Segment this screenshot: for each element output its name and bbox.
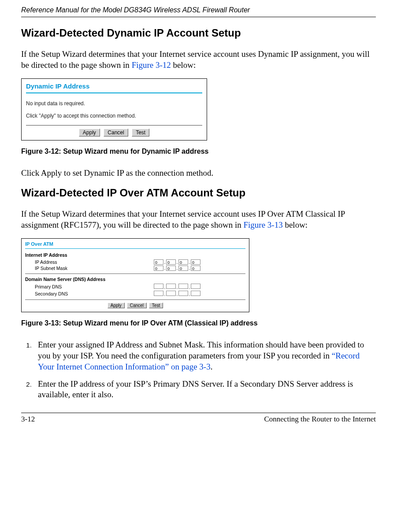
step-1: Enter your assigned IP Address and Subne… xyxy=(33,340,376,372)
heading-dynamic-ip: Wizard-Detected Dynamic IP Account Setup xyxy=(21,27,376,39)
figure-3-13-caption: Figure 3-13: Setup Wizard menu for IP Ov… xyxy=(21,319,376,327)
fig1-line2: Click "Apply" to accept this connection … xyxy=(26,113,202,119)
cancel-button[interactable]: Cancel xyxy=(127,303,147,308)
ip-octet[interactable] xyxy=(154,291,163,296)
intro-paragraph-2: If the Setup Wizard determines that your… xyxy=(21,209,376,230)
step-2: Enter the IP address of your ISP’s Prima… xyxy=(33,379,376,400)
secondary-dns-input[interactable]: ... xyxy=(154,291,200,297)
apply-button[interactable]: Apply xyxy=(79,129,100,137)
ip-address-input[interactable]: 0.0.0.0 xyxy=(154,259,200,265)
intro2-post: below: xyxy=(283,220,308,229)
step1-pre: Enter your assigned IP Address and Subne… xyxy=(38,340,364,360)
page-number: 3-12 xyxy=(21,415,35,424)
ip-octet[interactable]: 0 xyxy=(191,266,200,271)
row-secondary-dns: Secondary DNS ... xyxy=(25,291,245,297)
page-footer: 3-12 Connecting the Router to the Intern… xyxy=(21,413,376,424)
test-button[interactable]: Test xyxy=(149,303,163,308)
running-header: Reference Manual for the Model DG834G Wi… xyxy=(21,0,376,17)
ip-octet[interactable]: 0 xyxy=(178,259,188,265)
fig1-button-row: Apply Cancel Test xyxy=(26,128,202,137)
ip-octet[interactable] xyxy=(154,284,163,289)
fig1-line1: No input data is required. xyxy=(26,100,202,107)
test-button[interactable]: Test xyxy=(132,129,149,137)
label-ip-address: IP Address xyxy=(25,259,154,265)
apply-button[interactable]: Apply xyxy=(108,303,125,308)
ip-octet[interactable] xyxy=(166,284,176,289)
figure-3-12-link[interactable]: Figure 3-12 xyxy=(132,60,171,70)
figure-3-13-link[interactable]: Figure 3-13 xyxy=(243,220,282,229)
group-internet-ip: Internet IP Address xyxy=(25,252,245,258)
primary-dns-input[interactable]: ... xyxy=(154,284,200,290)
panel-divider xyxy=(26,92,202,93)
ip-octet[interactable]: 0 xyxy=(166,259,176,265)
chapter-title: Connecting the Router to the Internet xyxy=(264,415,376,424)
intro1-post: below: xyxy=(171,60,196,70)
ip-octet[interactable] xyxy=(191,284,200,289)
section1-after: Click Apply to set Dynamic IP as the con… xyxy=(21,168,376,179)
label-subnet-mask: IP Subnet Mask xyxy=(25,266,154,271)
intro-paragraph-1: If the Setup Wizard determines that your… xyxy=(21,49,376,70)
row-ip-address: IP Address 0.0.0.0 xyxy=(25,259,245,265)
panel-title-ip-over-atm: IP Over ATM xyxy=(25,241,245,247)
fig1-bottom-divider xyxy=(26,125,202,126)
ip-octet[interactable]: 0 xyxy=(154,259,163,265)
ip-octet[interactable] xyxy=(166,291,176,296)
row-subnet-mask: IP Subnet Mask 0.0.0.0 xyxy=(25,266,245,271)
ip-octet[interactable] xyxy=(178,284,188,289)
group-dns: Domain Name Server (DNS) Address xyxy=(25,277,245,282)
subnet-mask-input[interactable]: 0.0.0.0 xyxy=(154,266,200,271)
fig2-divider-2 xyxy=(25,299,245,300)
ip-octet[interactable] xyxy=(191,291,200,296)
fig2-button-row: Apply Cancel Test xyxy=(25,303,245,308)
ip-octet[interactable]: 0 xyxy=(166,266,176,271)
fig2-divider-1 xyxy=(25,273,245,274)
ip-octet[interactable]: 0 xyxy=(178,266,188,271)
label-primary-dns: Primary DNS xyxy=(25,284,154,289)
ip-octet[interactable]: 0 xyxy=(154,266,163,271)
header-rule xyxy=(21,17,376,17)
steps-list: Enter your assigned IP Address and Subne… xyxy=(21,340,376,400)
ip-octet[interactable] xyxy=(178,291,188,296)
label-secondary-dns: Secondary DNS xyxy=(25,291,154,296)
row-primary-dns: Primary DNS ... xyxy=(25,284,245,290)
figure-3-13-panel: IP Over ATM Internet IP Address IP Addre… xyxy=(21,238,249,312)
panel-title-dynamic-ip: Dynamic IP Address xyxy=(26,82,202,90)
figure-3-12-panel: Dynamic IP Address No input data is requ… xyxy=(21,78,207,140)
heading-ip-over-atm: Wizard-Detected IP Over ATM Account Setu… xyxy=(21,187,376,199)
figure-3-12-caption: Figure 3-12: Setup Wizard menu for Dynam… xyxy=(21,148,376,155)
step2-text: Enter the IP address of your ISP’s Prima… xyxy=(38,379,353,399)
cancel-button[interactable]: Cancel xyxy=(104,129,128,137)
step1-post: . xyxy=(211,362,213,371)
panel-divider-2 xyxy=(25,248,245,249)
ip-octet[interactable]: 0 xyxy=(191,259,200,265)
